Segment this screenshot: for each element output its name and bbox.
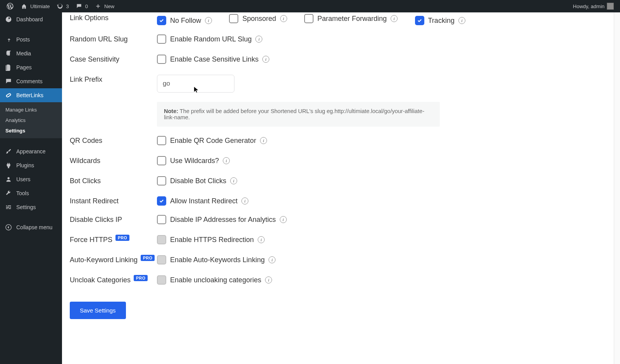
wp-logo[interactable]	[3, 0, 17, 12]
row-label-instant: Instant Redirect	[70, 196, 157, 205]
info-icon[interactable]: i	[223, 157, 230, 164]
info-icon[interactable]: i	[262, 56, 269, 63]
sidebar-collapse[interactable]: Collapse menu	[0, 220, 62, 234]
row-label-disable-ip: Disable Clicks IP	[70, 215, 157, 224]
info-icon[interactable]: i	[280, 15, 287, 22]
user-greeting[interactable]: Howdy, admin	[570, 3, 617, 10]
label-force-https: Enable HTTPS Redirection	[170, 236, 254, 244]
users-icon	[5, 175, 12, 183]
dashboard-icon	[5, 15, 12, 23]
sidebar-item-comments[interactable]: Comments	[0, 74, 62, 88]
comments-count[interactable]: 0	[72, 0, 91, 12]
sidebar-item-plugins[interactable]: Plugins	[0, 158, 62, 172]
save-button[interactable]: Save Settings	[70, 302, 126, 319]
checkbox-random-slug[interactable]	[157, 34, 166, 44]
update-icon	[56, 2, 64, 10]
checkbox-force-https	[157, 235, 166, 244]
comment-icon	[75, 2, 83, 10]
row-label-qr: QR Codes	[70, 136, 157, 145]
sidebar-item-dashboard[interactable]: Dashboard	[0, 12, 62, 26]
sliders-icon	[5, 203, 12, 211]
pro-badge: PRO	[141, 255, 155, 261]
label-disable-ip: Disable IP Addresses for Analytics	[170, 216, 276, 224]
admin-bar: Ultimiate 3 0 New Howdy, admin	[0, 0, 620, 12]
checkbox-qr[interactable]	[157, 136, 166, 145]
checkbox-uncloak	[157, 275, 166, 285]
admin-sidebar: Dashboard Posts Media Pages Comments Bet…	[0, 12, 62, 364]
checkbox-bot-clicks[interactable]	[157, 176, 166, 185]
link-prefix-note: Note: The prefix will be added before yo…	[157, 102, 440, 127]
row-label-link-options: Link Options	[70, 14, 157, 22]
row-label-wildcards: Wildcards	[70, 156, 157, 165]
label-case-sens: Enable Case Sensitive Links	[170, 55, 258, 64]
row-label-link-prefix: Link Prefix	[70, 75, 157, 84]
sidebar-item-appearance[interactable]: Appearance	[0, 144, 62, 158]
checkbox-sponsored[interactable]	[229, 14, 238, 23]
new-content[interactable]: New	[91, 0, 117, 12]
info-icon[interactable]: i	[255, 36, 262, 43]
wordpress-icon	[6, 2, 14, 10]
row-label-auto-keyword: Auto-Keyword LinkingPRO	[70, 255, 157, 264]
sidebar-item-posts[interactable]: Posts	[0, 33, 62, 46]
row-label-uncloak: Uncloak CategoriesPRO	[70, 275, 157, 284]
checkbox-auto-keyword	[157, 255, 166, 264]
sidebar-item-users[interactable]: Users	[0, 172, 62, 186]
scrollbar[interactable]	[614, 12, 620, 364]
label-random-slug: Enable Random URL Slug	[170, 35, 251, 43]
checkbox-disable-ip[interactable]	[157, 215, 166, 224]
updates-count[interactable]: 3	[53, 0, 72, 12]
checkbox-no-follow[interactable]	[157, 16, 166, 25]
sidebar-item-tools[interactable]: Tools	[0, 186, 62, 200]
info-icon[interactable]: i	[205, 17, 212, 24]
home-icon	[20, 2, 28, 10]
label-bot-clicks: Disable Bot Clicks	[170, 177, 226, 185]
row-label-bot-clicks: Bot Clicks	[70, 176, 157, 185]
submenu-analytics[interactable]: Analytics	[0, 115, 62, 125]
info-icon[interactable]: i	[258, 236, 265, 243]
info-icon[interactable]: i	[458, 17, 465, 24]
info-icon[interactable]: i	[280, 216, 287, 223]
site-name[interactable]: Ultimiate	[17, 0, 53, 12]
label-uncloak: Enable uncloaking categories	[170, 276, 261, 284]
plug-icon	[5, 161, 12, 169]
avatar	[607, 3, 614, 10]
checkbox-param-forward[interactable]	[304, 14, 313, 23]
checkbox-wildcards[interactable]	[157, 156, 166, 165]
info-icon[interactable]: i	[391, 15, 398, 22]
info-icon[interactable]: i	[241, 197, 248, 204]
label-tracking: Tracking	[428, 17, 455, 25]
collapse-icon	[5, 223, 12, 231]
label-wildcards: Use Wildcards?	[170, 157, 219, 165]
row-label-case-sens: Case Sensitivity	[70, 55, 157, 64]
label-qr: Enable QR Code Generator	[170, 137, 256, 145]
pro-badge: PRO	[115, 235, 129, 241]
info-icon[interactable]: i	[269, 256, 276, 263]
sidebar-item-pages[interactable]: Pages	[0, 60, 62, 74]
sidebar-item-settings[interactable]: Settings	[0, 200, 62, 214]
site-name-text: Ultimiate	[30, 3, 50, 9]
settings-content: Link Options No Follow i Sponsored i Par…	[62, 12, 620, 364]
sidebar-item-betterlinks[interactable]: BetterLinks	[0, 88, 62, 102]
row-label-random-slug: Random URL Slug	[70, 34, 157, 43]
info-icon[interactable]: i	[230, 177, 237, 184]
label-no-follow: No Follow	[170, 17, 201, 25]
label-auto-keyword: Enable Auto-Keywords Linking	[170, 256, 265, 264]
pro-badge: PRO	[134, 275, 148, 281]
link-prefix-input[interactable]	[157, 75, 234, 93]
checkbox-tracking[interactable]	[415, 16, 424, 25]
wrench-icon	[5, 189, 12, 197]
pages-icon	[5, 64, 12, 71]
brush-icon	[5, 148, 12, 155]
pin-icon	[5, 36, 12, 43]
sidebar-item-media[interactable]: Media	[0, 46, 62, 60]
submenu-settings[interactable]: Settings	[0, 125, 62, 136]
info-icon[interactable]: i	[260, 137, 267, 144]
checkbox-case-sens[interactable]	[157, 55, 166, 64]
betterlinks-submenu: Manage Links Analytics Settings	[0, 102, 62, 138]
checkbox-instant[interactable]	[157, 196, 166, 206]
info-icon[interactable]: i	[265, 276, 272, 283]
row-label-force-https: Force HTTPSPRO	[70, 235, 157, 244]
label-param-forward: Parameter Forwarding	[317, 15, 387, 23]
submenu-manage-links[interactable]: Manage Links	[0, 105, 62, 115]
label-instant: Allow Instant Redirect	[170, 197, 238, 205]
